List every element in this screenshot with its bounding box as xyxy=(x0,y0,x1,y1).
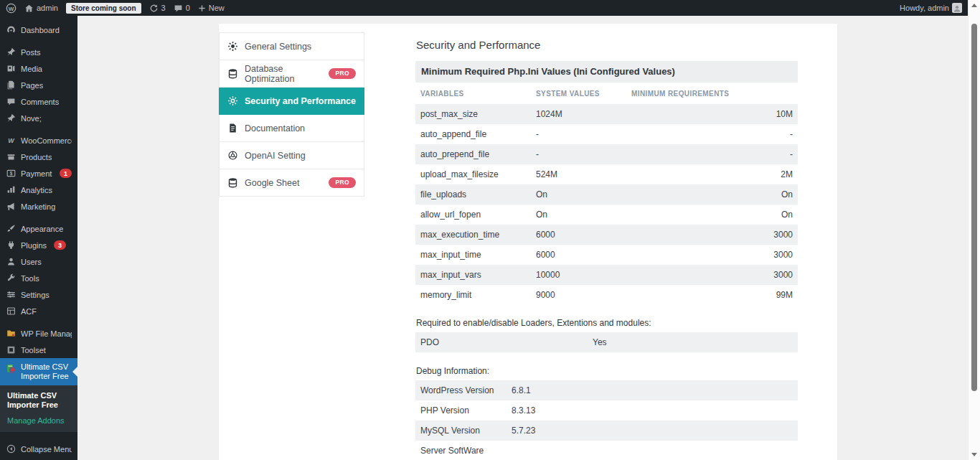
updates-menu[interactable]: 3 xyxy=(149,4,166,13)
sidebar-item-wp-file-manager[interactable]: WP File Manager xyxy=(0,325,77,342)
analytics-bars-icon xyxy=(6,185,16,194)
window-scrollbar[interactable] xyxy=(968,0,980,460)
sidebar-item-payments[interactable]: $ Payments 1 xyxy=(0,165,77,182)
sidebar-item-comments[interactable]: Comments xyxy=(0,93,77,110)
extension-name: PDO xyxy=(415,337,588,347)
svg-text:W: W xyxy=(9,5,14,11)
comments-menu[interactable]: 0 xyxy=(174,4,190,13)
debug-key: WordPress Version xyxy=(415,385,507,395)
site-menu[interactable]: admin xyxy=(24,4,58,13)
loaders-section-label: Required to enable/disable Loaders, Exte… xyxy=(416,318,798,328)
payments-icon: $ xyxy=(6,169,16,178)
avatar xyxy=(952,3,962,13)
system-value: 1024M xyxy=(531,109,626,119)
media-icon xyxy=(6,64,16,73)
sidebar-item-appearance[interactable]: Appearance xyxy=(0,220,77,237)
minimum-requirement: 3000 xyxy=(626,230,798,240)
debug-key: Server SoftWare xyxy=(415,446,507,456)
admin-content-area: General Settings Database Optimization P… xyxy=(77,16,968,460)
account-menu[interactable]: Howdy, admin xyxy=(900,3,962,13)
sidebar-item-settings[interactable]: Settings xyxy=(0,286,77,303)
sidebar-item-marketing[interactable]: Marketing xyxy=(0,198,77,215)
settings-tab-label: Documentation xyxy=(245,123,305,133)
document-icon xyxy=(227,123,238,133)
megaphone-icon xyxy=(6,202,16,211)
admin-sidebar: Dashboard Posts Media Pages Comments Nov… xyxy=(0,16,77,460)
minimum-requirement: 3000 xyxy=(626,270,798,280)
comment-count: 0 xyxy=(186,4,190,12)
settings-tab-google-sheet[interactable]: Google Sheet PRO xyxy=(220,169,364,197)
new-content-menu[interactable]: New xyxy=(198,4,225,12)
table-row: memory_limit 9000 99M xyxy=(415,285,798,305)
ini-table-header: Minimum Required Php.Ini Values (Ini Con… xyxy=(415,61,798,83)
comments-icon xyxy=(6,97,16,106)
system-value: 9000 xyxy=(531,290,626,300)
sidebar-item-nove[interactable]: Nove; xyxy=(0,110,77,126)
collapse-menu-button[interactable]: Collapse Menu xyxy=(0,441,77,457)
settings-tab-database-optimization[interactable]: Database Optimization PRO xyxy=(220,60,364,88)
minimum-requirement: 10M xyxy=(626,109,798,119)
sidebar-item-users[interactable]: Users xyxy=(0,253,77,270)
wrench-icon xyxy=(6,273,16,283)
collapse-icon xyxy=(6,444,16,454)
settings-tab-openai[interactable]: OpenAI Setting xyxy=(220,142,364,169)
home-icon xyxy=(24,4,34,13)
pages-icon xyxy=(6,80,16,90)
scrollbar-thumb[interactable] xyxy=(971,24,977,391)
sidebar-item-plugins[interactable]: Plugins 3 xyxy=(0,237,77,253)
table-row: PHP Version 8.3.13 xyxy=(415,400,798,421)
debug-key: PHP Version xyxy=(415,405,507,416)
wordpress-logo-menu[interactable]: W xyxy=(6,3,17,14)
settings-tab-label: OpenAI Setting xyxy=(245,151,306,161)
brush-icon xyxy=(6,224,16,233)
ini-table-column-headers: VARIABLES SYSTEM VALUES MINIMUM REQUIREM… xyxy=(415,83,798,104)
settings-tab-label: General Settings xyxy=(245,42,311,52)
comment-bubble-icon xyxy=(174,4,183,13)
sidebar-item-analytics[interactable]: Analytics xyxy=(0,182,77,198)
table-row: Server SoftWare xyxy=(415,441,798,460)
sidebar-item-media[interactable]: Media xyxy=(0,60,77,77)
table-row: MySQL Version 5.7.23 xyxy=(415,421,798,441)
scroll-down-arrow-icon[interactable] xyxy=(971,453,977,456)
scroll-up-arrow-icon[interactable] xyxy=(971,4,977,7)
system-value: On xyxy=(531,189,626,200)
sidebar-item-woocommerce[interactable]: W WooCommerce xyxy=(0,132,77,149)
minimum-requirement: 2M xyxy=(626,169,798,179)
variable-name: max_execution_time xyxy=(415,230,531,240)
sidebar-item-pages[interactable]: Pages xyxy=(0,77,77,93)
site-name: admin xyxy=(37,4,58,12)
sidebar-item-toolset[interactable]: Toolset xyxy=(0,342,77,358)
variable-name: auto_prepend_file xyxy=(415,149,531,159)
table-row: file_uploads On On xyxy=(415,184,798,205)
csv-importer-icon xyxy=(6,364,16,374)
debug-value: 5.7.23 xyxy=(507,426,798,436)
variable-name: memory_limit xyxy=(415,290,531,300)
sidebar-item-acf[interactable]: ACF xyxy=(0,303,77,319)
table-row: max_execution_time 6000 3000 xyxy=(415,225,798,245)
variable-name: upload_max_filesize xyxy=(415,169,531,179)
sidebar-item-products[interactable]: Products xyxy=(0,149,77,165)
pushpin-icon xyxy=(6,113,16,123)
toolset-icon xyxy=(6,345,16,355)
table-row: max_input_vars 10000 3000 xyxy=(415,265,798,285)
variable-name: auto_append_file xyxy=(415,129,531,139)
submenu-item-ultimate-csv-importer[interactable]: Ultimate CSV Importer Free xyxy=(7,391,70,410)
settings-menu: General Settings Database Optimization P… xyxy=(219,32,364,197)
submenu-item-manage-addons[interactable]: Manage Addons xyxy=(7,416,70,425)
settings-tab-documentation[interactable]: Documentation xyxy=(220,115,364,142)
howdy-text: Howdy, admin xyxy=(900,4,949,12)
store-coming-soon-badge[interactable]: Store coming soon xyxy=(66,3,141,14)
sidebar-item-dashboard[interactable]: Dashboard xyxy=(0,22,77,38)
folder-icon xyxy=(6,329,16,338)
plus-icon xyxy=(198,4,206,12)
payments-count-badge: 1 xyxy=(60,169,72,178)
settings-tab-label: Google Sheet xyxy=(245,178,299,188)
sidebar-item-ultimate-csv-importer[interactable]: Ultimate CSV Importer Free xyxy=(0,358,77,385)
variable-name: file_uploads xyxy=(415,189,531,200)
sidebar-item-posts[interactable]: Posts xyxy=(0,44,77,60)
sidebar-item-tools[interactable]: Tools xyxy=(0,270,77,286)
system-value: - xyxy=(531,129,626,139)
settings-tab-security-performance[interactable]: Security and Performance xyxy=(219,88,364,115)
settings-tab-general[interactable]: General Settings xyxy=(220,33,364,60)
pro-badge: PRO xyxy=(329,177,356,188)
